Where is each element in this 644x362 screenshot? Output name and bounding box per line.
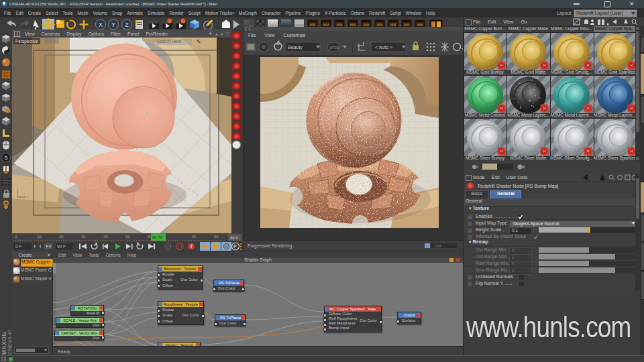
svg-text:P: P [233,244,237,249]
svg-text:50: 50 [125,235,130,239]
svg-text:90: 90 [214,235,219,239]
svg-text:MAXON: MAXON [1,332,7,355]
svg-text:< Auto >: < Auto > [375,45,392,50]
svg-text:CINEMA 4D: CINEMA 4D [7,329,12,355]
svg-text:88 F: 88 F [230,236,238,240]
svg-text:80: 80 [192,235,197,239]
svg-text:X: X [99,21,103,28]
svg-text:W: W [225,245,229,249]
svg-text:sRGB: sRGB [329,46,339,50]
svg-text:66.70: 66.70 [152,235,163,239]
svg-text:0 F: 0 F [15,244,21,249]
svg-text:30: 30 [81,235,86,239]
svg-text:90 F: 90 F [57,244,66,249]
svg-text:40: 40 [103,235,108,239]
svg-text:?: ? [190,244,193,249]
svg-text:Beauty: Beauty [288,45,303,50]
svg-text:Y: Y [111,21,115,28]
svg-text:20: 20 [59,235,64,239]
svg-text:10: 10 [37,235,42,239]
svg-text:Z: Z [125,21,129,28]
